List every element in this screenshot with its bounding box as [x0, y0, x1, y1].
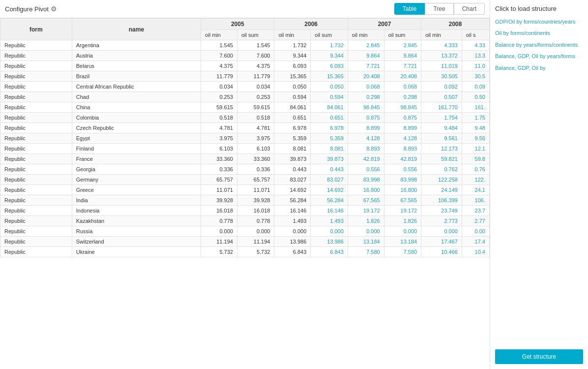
- cell-2-3: 4.375: [237, 61, 274, 71]
- view-chart-button[interactable]: Chart: [454, 3, 485, 15]
- view-tree-button[interactable]: Tree: [425, 3, 453, 15]
- cell-12-9: 0.76: [462, 164, 489, 175]
- cell-19-7: 13.184: [384, 237, 421, 247]
- structure-item-0[interactable]: GDP/Oil by forms/countries/years: [495, 18, 583, 26]
- cell-20-3: 5.732: [237, 247, 274, 257]
- cell-10-8: 12.173: [421, 144, 462, 154]
- cell-16-7: 19.172: [384, 206, 421, 216]
- cell-13-8: 122.258: [421, 175, 462, 185]
- cell-1-9: 13.3: [462, 51, 489, 61]
- cell-17-3: 0.778: [237, 216, 274, 226]
- cell-16-4: 16.146: [274, 206, 311, 216]
- cell-18-2: 0.000: [201, 226, 237, 237]
- cell-6-6: 98.845: [348, 102, 384, 113]
- cell-1-6: 9.864: [348, 51, 384, 61]
- cell-16-5: 16.146: [311, 206, 348, 216]
- cell-18-8: 0.000: [421, 226, 462, 237]
- cell-1-7: 9.864: [384, 51, 421, 61]
- table-body: RepublicArgentina1.5451.5451.7321.7322.8…: [0, 40, 490, 257]
- cell-18-9: 0.00: [462, 226, 489, 237]
- cell-12-2: 0.336: [201, 164, 237, 175]
- cell-5-2: 0.253: [201, 92, 237, 102]
- cell-3-0: Republic: [0, 71, 72, 82]
- get-structure-button[interactable]: Get structure: [495, 349, 583, 364]
- table-row: RepublicColombia0.5180.5180.6510.6510.87…: [0, 113, 490, 123]
- cell-8-3: 4.781: [237, 123, 274, 133]
- cell-4-5: 0.050: [311, 82, 348, 92]
- cell-8-8: 9.484: [421, 123, 462, 133]
- cell-12-6: 0.556: [348, 164, 384, 175]
- cell-10-3: 6.103: [237, 144, 274, 154]
- cell-6-2: 59.615: [201, 102, 237, 113]
- cell-18-7: 0.000: [384, 226, 421, 237]
- table-row: RepublicCentral African Republic0.0340.0…: [0, 82, 490, 92]
- cell-9-0: Republic: [0, 133, 72, 144]
- cell-20-2: 5.732: [201, 247, 237, 257]
- cell-9-4: 5.359: [274, 133, 311, 144]
- cell-2-1: Belarus: [72, 61, 201, 71]
- structure-item-2[interactable]: Balance by years/forms/continents: [495, 41, 583, 49]
- cell-8-6: 8.899: [348, 123, 384, 133]
- structure-item-3[interactable]: Balance, GDP, Oil by years/forms: [495, 53, 583, 60]
- cell-20-0: Republic: [0, 247, 72, 257]
- cell-15-5: 56.284: [311, 195, 348, 206]
- cell-15-2: 39.928: [201, 195, 237, 206]
- cell-16-1: Indonesia: [72, 206, 201, 216]
- cell-16-8: 23.749: [421, 206, 462, 216]
- cell-0-4: 1.732: [274, 40, 311, 51]
- cell-20-9: 10.4: [462, 247, 489, 257]
- cell-15-8: 106.399: [421, 195, 462, 206]
- name-header: name: [72, 19, 201, 40]
- cell-9-6: 4.128: [348, 133, 384, 144]
- table-row: RepublicBelarus4.3754.3756.0936.0937.721…: [0, 61, 490, 71]
- cell-3-2: 11.779: [201, 71, 237, 82]
- cell-12-3: 0.336: [237, 164, 274, 175]
- cell-2-5: 6.093: [311, 61, 348, 71]
- cell-3-3: 11.779: [237, 71, 274, 82]
- cell-6-1: China: [72, 102, 201, 113]
- cell-4-7: 0.068: [384, 82, 421, 92]
- cell-17-2: 0.778: [201, 216, 237, 226]
- right-panel-title: Click to load structure: [495, 5, 583, 12]
- cell-12-8: 0.762: [421, 164, 462, 175]
- table-row: RepublicCzech Republic4.7814.7816.9786.9…: [0, 123, 490, 133]
- cell-17-4: 1.493: [274, 216, 311, 226]
- table-row: RepublicGreece11.07111.07114.69214.69216…: [0, 185, 490, 195]
- cell-7-8: 1.754: [421, 113, 462, 123]
- structure-item-1[interactable]: Oil by forms/continents: [495, 30, 583, 37]
- cell-20-5: 6.843: [311, 247, 348, 257]
- cell-10-2: 6.103: [201, 144, 237, 154]
- cell-13-1: Germany: [72, 175, 201, 185]
- cell-11-9: 59.8: [462, 154, 489, 164]
- table-row: RepublicGermany65.75765.75783.02783.0278…: [0, 175, 490, 185]
- cell-4-2: 0.034: [201, 82, 237, 92]
- table-row: RepublicGeorgia0.3360.3360.4430.4430.556…: [0, 164, 490, 175]
- cell-10-0: Republic: [0, 144, 72, 154]
- cell-12-4: 0.443: [274, 164, 311, 175]
- configure-pivot[interactable]: Configure Pivot ⚙: [5, 5, 57, 13]
- cell-13-3: 65.757: [237, 175, 274, 185]
- cell-10-5: 8.081: [311, 144, 348, 154]
- cell-15-6: 67.565: [348, 195, 384, 206]
- cell-12-1: Georgia: [72, 164, 201, 175]
- cell-2-8: 11.019: [421, 61, 462, 71]
- structure-item-4[interactable]: Balance, GDP, Oil by: [495, 64, 583, 72]
- year-header-row: form name 2005 2006 2007 2008: [0, 19, 490, 30]
- cell-2-6: 7.721: [348, 61, 384, 71]
- cell-14-6: 16.800: [348, 185, 384, 195]
- year-2007-header: 2007: [348, 19, 421, 30]
- cell-18-5: 0.000: [311, 226, 348, 237]
- table-row: RepublicKazakhstan0.7780.7781.4931.4931.…: [0, 216, 490, 226]
- cell-14-5: 14.692: [311, 185, 348, 195]
- cell-9-2: 3.975: [201, 133, 237, 144]
- configure-pivot-label: Configure Pivot: [5, 5, 49, 13]
- view-table-button[interactable]: Table: [394, 3, 425, 15]
- cell-5-5: 0.594: [311, 92, 348, 102]
- cell-14-1: Greece: [72, 185, 201, 195]
- cell-1-5: 9.344: [311, 51, 348, 61]
- cell-7-1: Colombia: [72, 113, 201, 123]
- cell-15-3: 39.928: [237, 195, 274, 206]
- cell-20-8: 10.466: [421, 247, 462, 257]
- table-row: RepublicAustria7.6007.6009.3449.3449.864…: [0, 51, 490, 61]
- cell-9-8: 9.561: [421, 133, 462, 144]
